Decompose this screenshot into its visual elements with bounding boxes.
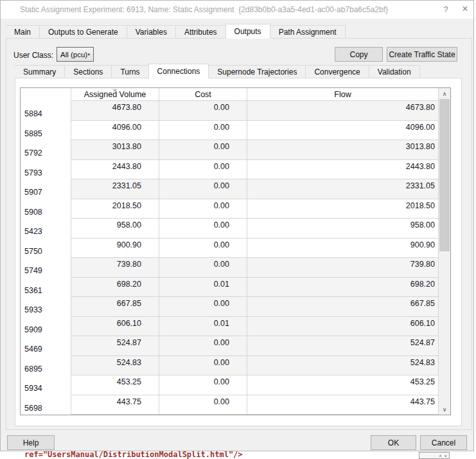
- up-arrow-icon: ∧: [439, 453, 441, 458]
- assigned-volume-cell[interactable]: 3013.80: [71, 140, 159, 160]
- titlebar[interactable]: Static Assignment Experiment: 6913, Name…: [1, 1, 473, 19]
- assigned-volume-cell[interactable]: 2331.05: [71, 179, 159, 199]
- flow-cell[interactable]: 667.85: [247, 297, 438, 317]
- sub-tab[interactable]: Sections: [65, 65, 112, 78]
- assigned-volume-cell[interactable]: 900.90: [71, 239, 159, 258]
- cost-cell[interactable]: 0.00: [159, 140, 247, 160]
- create-traffic-state-button[interactable]: Create Traffic State: [387, 47, 457, 62]
- assigned-volume-cell[interactable]: 698.20: [71, 278, 159, 298]
- flow-cell[interactable]: 443.75: [247, 395, 438, 415]
- flow-cell[interactable]: 4096.00: [247, 121, 438, 141]
- cost-cell[interactable]: 0.00: [159, 239, 247, 258]
- sub-tab[interactable]: Supernode Trajectories: [209, 65, 306, 78]
- flow-cell[interactable]: 453.25: [247, 375, 438, 395]
- assigned-volume-cell[interactable]: 443.75: [71, 395, 159, 415]
- flow-cell[interactable]: 606.10: [247, 317, 438, 337]
- assigned-volume-cell[interactable]: 4096.00: [71, 121, 159, 141]
- table-row: 5885 4096.00 0.00 4096.00: [21, 121, 438, 141]
- flow-cell[interactable]: 2331.05: [247, 179, 438, 199]
- cost-cell[interactable]: 0.00: [159, 121, 247, 141]
- table-body: 5884 4673.80 0.00 4673.80 5885 4096.00 0…: [21, 101, 438, 415]
- scroll-down-icon[interactable]: ∨: [439, 404, 450, 415]
- row-id[interactable]: 5423: [21, 219, 71, 239]
- sub-tab[interactable]: Summary: [15, 65, 65, 78]
- flow-cell[interactable]: 3013.80: [247, 140, 438, 160]
- row-id[interactable]: 5749: [21, 258, 71, 278]
- assigned-volume-cell[interactable]: 2018.50: [71, 199, 159, 219]
- sub-tab[interactable]: Connections: [148, 64, 209, 78]
- titlebar-help-icon[interactable]: ?: [436, 1, 455, 17]
- table-row: 5908 2018.50 0.00 2018.50: [21, 199, 438, 219]
- cost-cell[interactable]: 0.00: [159, 375, 247, 395]
- scroll-up-icon[interactable]: ∧: [439, 88, 450, 99]
- assigned-volume-cell[interactable]: 4673.80: [71, 101, 159, 121]
- cost-cell[interactable]: 0.00: [159, 179, 247, 199]
- row-id[interactable]: 5698: [21, 395, 71, 415]
- sub-tab[interactable]: Turns: [112, 65, 148, 78]
- copy-button[interactable]: Copy: [335, 47, 383, 62]
- connections-table: ∨ Assigned Volume Cost Flow 5884 4673.80…: [20, 87, 451, 415]
- assigned-volume-cell[interactable]: 606.10: [71, 317, 159, 337]
- flow-cell[interactable]: 2018.50: [247, 199, 438, 219]
- assigned-volume-cell[interactable]: 667.85: [71, 297, 159, 317]
- row-id[interactable]: 5934: [21, 375, 71, 395]
- flow-cell[interactable]: 2443.80: [247, 160, 438, 180]
- main-tab[interactable]: Main: [6, 25, 40, 39]
- row-id[interactable]: 6895: [21, 356, 71, 376]
- assigned-volume-cell[interactable]: 524.83: [71, 356, 159, 376]
- tab-label: Summary: [23, 68, 56, 76]
- cost-cell[interactable]: 0.00: [159, 101, 247, 121]
- flow-cell[interactable]: 900.90: [247, 239, 438, 258]
- assigned-volume-cell[interactable]: 453.25: [71, 375, 159, 395]
- row-id[interactable]: 5750: [21, 239, 71, 258]
- flow-cell[interactable]: 739.80: [247, 258, 438, 278]
- column-header-assigned-volume[interactable]: ∨ Assigned Volume: [71, 88, 159, 101]
- flow-cell[interactable]: 524.83: [247, 356, 438, 376]
- cost-cell[interactable]: 0.00: [159, 160, 247, 180]
- row-id[interactable]: 5793: [21, 160, 71, 180]
- row-id[interactable]: 5361: [21, 278, 71, 298]
- table-header: ∨ Assigned Volume Cost Flow: [21, 88, 438, 101]
- cost-cell[interactable]: 0.00: [159, 219, 247, 239]
- assigned-volume-cell[interactable]: 2443.80: [71, 160, 159, 180]
- help-button[interactable]: Help: [7, 435, 55, 450]
- sub-tab[interactable]: Validation: [369, 65, 420, 78]
- cost-cell[interactable]: 0.00: [159, 395, 247, 415]
- ok-button[interactable]: OK: [371, 435, 416, 450]
- main-tab[interactable]: Variables: [127, 25, 176, 39]
- cost-cell[interactable]: 0.00: [159, 258, 247, 278]
- row-id[interactable]: 5792: [21, 140, 71, 160]
- main-tab[interactable]: Outputs: [225, 24, 270, 39]
- row-id[interactable]: 5884: [21, 101, 71, 121]
- row-id[interactable]: 5469: [21, 336, 71, 356]
- row-id[interactable]: 5907: [21, 179, 71, 199]
- sub-tab[interactable]: Convergence: [306, 65, 369, 78]
- cost-cell[interactable]: 0.00: [159, 199, 247, 219]
- main-tab[interactable]: Path Assignment: [270, 25, 346, 39]
- cost-cell[interactable]: 0.01: [159, 278, 247, 298]
- assigned-volume-cell[interactable]: 739.80: [71, 258, 159, 278]
- column-header-flow[interactable]: Flow: [247, 88, 438, 101]
- vertical-scrollbar[interactable]: ∧ ∨: [438, 88, 450, 415]
- main-tab[interactable]: Outputs to Generate: [40, 25, 127, 39]
- column-header-cost[interactable]: Cost: [159, 88, 247, 101]
- flow-cell[interactable]: 958.00: [247, 219, 438, 239]
- row-id[interactable]: 5933: [21, 297, 71, 317]
- close-icon[interactable]: ×: [455, 1, 475, 17]
- cost-cell[interactable]: 0.00: [159, 336, 247, 356]
- cost-cell[interactable]: 0.00: [159, 297, 247, 317]
- row-id[interactable]: 5909: [21, 317, 71, 337]
- flow-cell[interactable]: 4673.80: [247, 101, 438, 121]
- main-tab[interactable]: Attributes: [176, 25, 226, 39]
- user-class-dropdown[interactable]: All (pcu) ▾: [57, 47, 94, 62]
- row-id[interactable]: 5885: [21, 121, 71, 141]
- flow-cell[interactable]: 524.87: [247, 336, 438, 356]
- flow-cell[interactable]: 698.20: [247, 278, 438, 298]
- assigned-volume-cell[interactable]: 958.00: [71, 219, 159, 239]
- cost-cell[interactable]: 0.00: [159, 356, 247, 376]
- assigned-volume-cell[interactable]: 524.87: [71, 336, 159, 356]
- cancel-button[interactable]: Cancel: [420, 435, 467, 450]
- row-id[interactable]: 5908: [21, 199, 71, 219]
- cost-cell[interactable]: 0.01: [159, 317, 247, 337]
- scrollbar-thumb[interactable]: [439, 99, 450, 251]
